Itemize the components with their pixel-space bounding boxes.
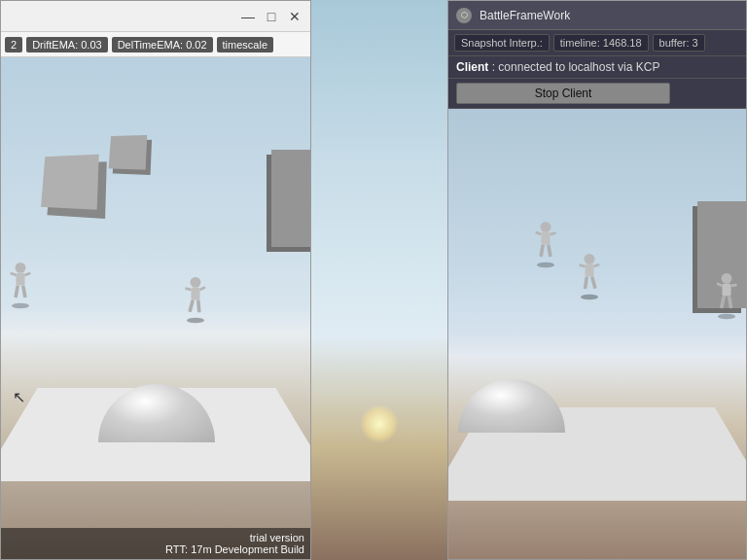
svg-rect-31	[730, 284, 737, 288]
cursor: ↖	[13, 388, 25, 406]
svg-rect-29	[722, 284, 730, 297]
left-scene: ↖ trial version RTT: 17m Development Bui…	[1, 57, 310, 559]
unity-icon: ⬡	[456, 8, 472, 23]
window-left: — □ ✕ 2 DriftEMA: 0.03 DelTimeEMA: 0.02 …	[0, 0, 311, 560]
client-label: Client	[456, 60, 488, 74]
badge-number: 2	[5, 37, 22, 52]
window-right: ⬡ BattleFrameWork Snapshot Interp.: time…	[447, 0, 747, 560]
svg-point-13	[187, 318, 204, 323]
svg-rect-3	[24, 272, 31, 277]
stop-client-button[interactable]: Stop Client	[456, 83, 670, 104]
client-info-bar: Client : connected to localhost via KCP	[448, 56, 746, 79]
svg-point-7	[191, 277, 201, 288]
timeline-badge: timeline: 1468.18	[553, 34, 649, 52]
bottom-bar-left: trial version RTT: 17m Development Build	[1, 528, 310, 559]
buffer-badge: buffer: 3	[653, 34, 705, 52]
badge-timescale: timescale	[217, 37, 273, 52]
right-scene	[448, 109, 746, 559]
character-right-2	[575, 253, 604, 304]
svg-rect-15	[541, 232, 550, 245]
svg-rect-5	[21, 285, 27, 298]
svg-point-6	[12, 303, 29, 308]
svg-rect-9	[185, 287, 192, 291]
right-window-title: BattleFrameWork	[480, 9, 738, 22]
close-button[interactable]: ✕	[287, 9, 302, 24]
trial-text: trial version	[9, 532, 304, 543]
svg-rect-11	[188, 299, 195, 312]
box3-left	[271, 150, 310, 247]
box1-left	[41, 155, 99, 210]
svg-rect-16	[535, 231, 542, 236]
svg-rect-1	[16, 273, 24, 286]
svg-rect-2	[10, 272, 17, 277]
box2-left	[109, 135, 148, 170]
svg-rect-23	[579, 263, 586, 267]
svg-rect-25	[584, 276, 588, 289]
dome-right	[458, 379, 565, 433]
svg-rect-17	[550, 231, 556, 235]
svg-rect-24	[593, 263, 600, 268]
svg-rect-22	[585, 264, 593, 277]
svg-point-21	[585, 254, 595, 264]
character-right-1	[531, 221, 560, 272]
divider-area	[311, 0, 447, 560]
snapshot-interp-label: Snapshot Interp.:	[454, 34, 550, 52]
svg-rect-32	[720, 296, 726, 308]
left-titlebar: — □ ✕	[1, 1, 310, 32]
left-viewport: ↖ trial version RTT: 17m Development Bui…	[1, 57, 310, 559]
svg-point-0	[16, 262, 26, 273]
character-left-2	[181, 276, 210, 328]
client-info-text: : connected to localhost via KCP	[492, 60, 660, 74]
sun	[360, 404, 399, 443]
svg-rect-33	[728, 296, 732, 308]
svg-rect-19	[547, 244, 552, 257]
svg-rect-4	[14, 285, 19, 298]
right-toolbar: Snapshot Interp.: timeline: 1468.18 buff…	[448, 30, 746, 56]
svg-rect-12	[196, 299, 201, 312]
svg-point-34	[718, 314, 735, 319]
svg-rect-18	[539, 244, 545, 257]
left-toolbar: 2 DriftEMA: 0.03 DelTimeEMA: 0.02 timesc…	[1, 32, 310, 57]
svg-rect-26	[590, 276, 597, 289]
character-left-1	[6, 262, 35, 313]
svg-rect-8	[191, 288, 199, 300]
rtt-dev-text: RTT: 17m Development Build	[9, 543, 304, 555]
svg-point-14	[541, 222, 551, 232]
svg-rect-30	[716, 282, 723, 287]
badge-del-time-ema: DelTimeEMA: 0.02	[112, 37, 213, 52]
right-titlebar: ⬡ BattleFrameWork	[448, 1, 746, 30]
stop-client-bar: Stop Client	[448, 79, 746, 109]
maximize-button[interactable]: □	[264, 9, 279, 24]
svg-point-20	[537, 262, 554, 267]
minimize-button[interactable]: —	[240, 9, 256, 24]
svg-point-27	[581, 295, 598, 299]
svg-point-28	[722, 273, 732, 284]
character-right-3	[712, 272, 741, 324]
badge-drift-ema: DriftEMA: 0.03	[26, 37, 108, 52]
svg-rect-10	[199, 286, 206, 291]
